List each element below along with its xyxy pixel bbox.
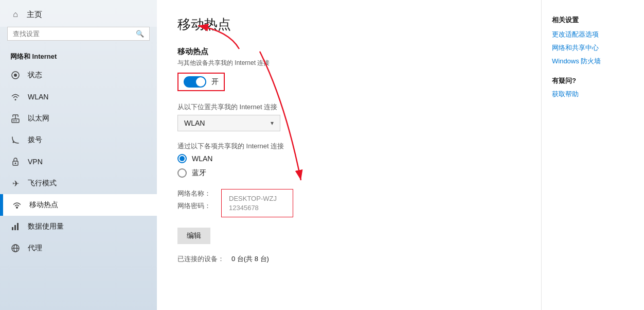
- share-from-label: 从以下位置共享我的 Internet 连接: [177, 102, 521, 112]
- network-info-section: 网络名称： 网络密码： DESKTOP-WZJ 12345678: [177, 189, 521, 222]
- network-password-label: 网络密码：: [177, 201, 211, 211]
- vpn-icon: [10, 157, 21, 167]
- svg-rect-16: [17, 223, 19, 230]
- sidebar-item-label: 代理: [28, 244, 42, 253]
- link-get-help[interactable]: 获取帮助: [552, 90, 634, 99]
- search-icon: 🔍: [136, 30, 144, 38]
- question-title: 有疑问?: [552, 76, 634, 85]
- svg-point-12: [15, 163, 16, 164]
- share-via-section: 通过以下各项共享我的 Internet 连接 WLAN 蓝牙: [177, 142, 521, 178]
- sidebar-item-airplane[interactable]: ✈ 飞行模式: [0, 173, 157, 194]
- data-icon: [10, 221, 21, 232]
- sidebar-item-status[interactable]: 状态: [0, 64, 157, 86]
- home-icon: ⌂: [10, 9, 21, 20]
- network-labels: 网络名称： 网络密码：: [177, 189, 211, 211]
- link-adapter-options[interactable]: 更改适配器选项: [552, 30, 634, 39]
- link-network-sharing[interactable]: 网络和共享中心: [552, 43, 634, 53]
- svg-point-13: [16, 206, 18, 209]
- network-password-value: 12345678: [229, 204, 285, 212]
- svg-rect-14: [12, 227, 13, 230]
- hotspot-section: 移动热点 与其他设备共享我的 Internet 连接 开: [177, 47, 521, 102]
- sidebar-item-label: 状态: [28, 71, 42, 80]
- sidebar-item-label: WLAN: [28, 93, 48, 101]
- page-title: 移动热点: [177, 15, 521, 33]
- ethernet-icon: [10, 113, 21, 124]
- connected-devices-row: 已连接的设备： 0 台(共 8 台): [177, 254, 521, 264]
- radio-wlan[interactable]: WLAN: [177, 154, 521, 163]
- edit-button[interactable]: 编辑: [177, 228, 210, 244]
- hotspot-icon: [12, 200, 22, 210]
- search-input[interactable]: [13, 30, 133, 38]
- toggle-state-label: 开: [211, 77, 219, 87]
- airplane-icon: ✈: [10, 178, 21, 188]
- radio-wlan-label: WLAN: [192, 154, 212, 163]
- home-label: 主页: [27, 10, 42, 20]
- hotspot-toggle[interactable]: [184, 76, 206, 88]
- dropdown-value: WLAN: [184, 119, 205, 127]
- radio-bluetooth-label: 蓝牙: [192, 168, 206, 178]
- share-from-dropdown[interactable]: WLAN ▾: [177, 115, 280, 131]
- sidebar-item-label: 移动热点: [29, 200, 58, 210]
- network-info-box: DESKTOP-WZJ 12345678: [221, 189, 293, 217]
- sidebar-item-label: 以太网: [28, 114, 49, 123]
- radio-group: WLAN 蓝牙: [177, 154, 521, 178]
- sidebar-item-dialup[interactable]: 拨号: [0, 129, 157, 151]
- network-name-value: DESKTOP-WZJ: [229, 195, 285, 202]
- connected-devices-label: 已连接的设备：: [177, 254, 224, 264]
- svg-point-10: [13, 142, 14, 143]
- search-box[interactable]: 🔍: [7, 27, 150, 41]
- sidebar-item-label: 拨号: [28, 135, 42, 145]
- dialup-icon: [10, 135, 21, 145]
- sidebar-item-ethernet[interactable]: 以太网: [0, 108, 157, 129]
- right-panel: 相关设置 更改适配器选项 网络和共享中心 Windows 防火墙 有疑问? 获取…: [541, 0, 644, 310]
- main-content: 移动热点 移动热点 与其他设备共享我的 Internet 连接 开 从以下位置共…: [157, 0, 541, 310]
- sidebar-item-data[interactable]: 数据使用量: [0, 216, 157, 237]
- link-windows-firewall[interactable]: Windows 防火墙: [552, 57, 634, 66]
- radio-wlan-circle[interactable]: [177, 154, 187, 163]
- sidebar-item-hotspot[interactable]: 移动热点: [0, 194, 157, 216]
- sidebar-category-label: 网络和 Internet: [0, 48, 157, 64]
- sidebar-item-label: 数据使用量: [28, 222, 64, 231]
- network-name-label: 网络名称：: [177, 189, 211, 198]
- sidebar-item-label: VPN: [28, 158, 43, 166]
- related-title: 相关设置: [552, 15, 634, 25]
- svg-rect-2: [12, 119, 19, 123]
- share-via-label: 通过以下各项共享我的 Internet 连接: [177, 142, 521, 151]
- sidebar-item-proxy[interactable]: 代理: [0, 237, 157, 259]
- sidebar-item-vpn[interactable]: VPN: [0, 151, 157, 173]
- wlan-icon: [10, 92, 21, 102]
- sidebar-home-button[interactable]: ⌂ 主页: [0, 0, 157, 27]
- radio-bluetooth-circle[interactable]: [177, 168, 187, 178]
- radio-bluetooth[interactable]: 蓝牙: [177, 168, 521, 178]
- sidebar: ⌂ 主页 🔍 网络和 Internet 状态 WLAN 以太网 拨号: [0, 0, 157, 310]
- sidebar-item-label: 飞行模式: [28, 179, 57, 188]
- sidebar-item-wlan[interactable]: WLAN: [0, 86, 157, 108]
- svg-rect-15: [14, 225, 16, 230]
- hotspot-subtitle: 与其他设备共享我的 Internet 连接: [177, 59, 521, 67]
- status-icon: [10, 70, 21, 80]
- proxy-icon: [10, 243, 21, 253]
- hotspot-section-title: 移动热点: [177, 47, 521, 57]
- svg-point-1: [14, 74, 17, 77]
- chevron-down-icon: ▾: [271, 119, 274, 127]
- connected-devices-value: 0 台(共 8 台): [231, 254, 269, 264]
- share-from-section: 从以下位置共享我的 Internet 连接 WLAN ▾: [177, 102, 521, 131]
